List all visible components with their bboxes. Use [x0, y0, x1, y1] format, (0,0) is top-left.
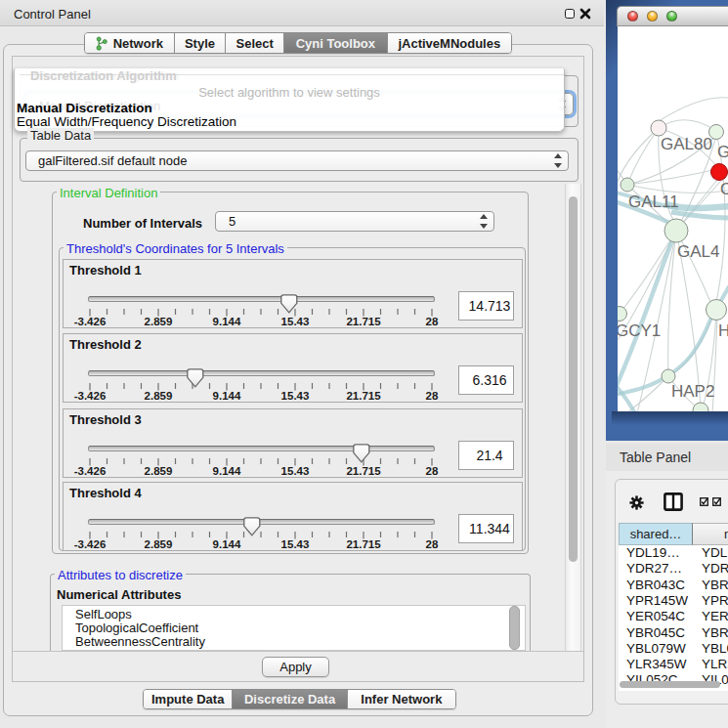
svg-text:GAL80: GAL80 [661, 135, 712, 153]
svg-text:C: C [720, 180, 728, 198]
svg-text:GCY1: GCY1 [618, 321, 661, 340]
svg-text:HAP2: HAP2 [671, 382, 714, 401]
svg-text:H: H [718, 321, 728, 340]
svg-text:GAL4: GAL4 [677, 242, 719, 261]
svg-text:GA: GA [717, 143, 728, 161]
svg-text:GAL11: GAL11 [628, 193, 679, 211]
